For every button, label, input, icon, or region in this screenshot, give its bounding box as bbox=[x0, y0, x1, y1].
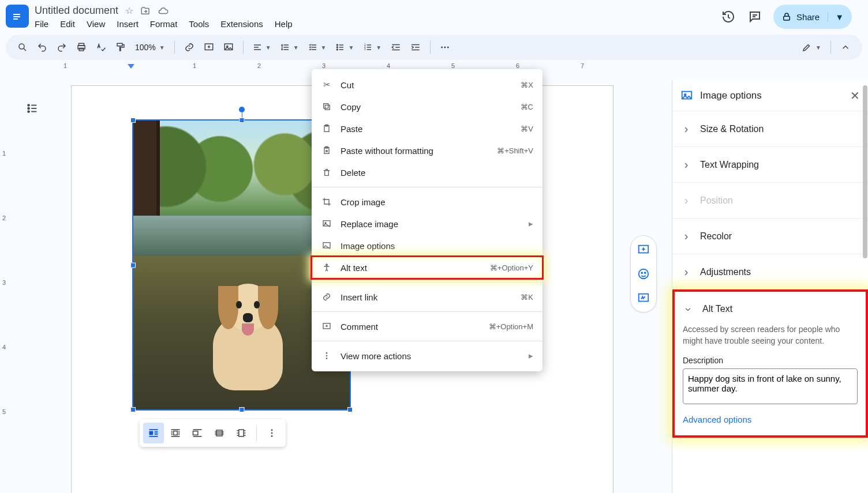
delete-icon bbox=[321, 167, 332, 178]
undo-button[interactable] bbox=[33, 39, 51, 56]
align-button[interactable]: ▼ bbox=[249, 39, 275, 56]
wrap-inline-button[interactable] bbox=[143, 423, 164, 443]
decrease-indent-button[interactable] bbox=[387, 39, 405, 56]
submenu-arrow-icon: ▸ bbox=[529, 351, 533, 361]
menu-insert[interactable]: Insert bbox=[117, 19, 139, 29]
svg-point-30 bbox=[271, 432, 273, 434]
svg-rect-26 bbox=[193, 431, 198, 435]
menu-extensions[interactable]: Extensions bbox=[220, 19, 263, 29]
increase-indent-button[interactable] bbox=[407, 39, 424, 56]
menu-insert-link[interactable]: Insert link⌘K bbox=[312, 286, 542, 308]
add-comment-icon[interactable] bbox=[633, 239, 654, 260]
close-icon[interactable]: ✕ bbox=[850, 89, 860, 103]
menu-alt-text[interactable]: Alt text⌘+Option+Y bbox=[312, 257, 542, 279]
bulleted-list-button[interactable]: ▼ bbox=[332, 39, 357, 56]
crop-icon bbox=[321, 196, 332, 208]
menu-comment[interactable]: Comment⌘+Option+M bbox=[312, 315, 542, 337]
indent-marker-icon[interactable] bbox=[127, 63, 135, 71]
alt-text-input[interactable] bbox=[683, 368, 858, 404]
paste-icon bbox=[321, 123, 332, 134]
comments-icon[interactable] bbox=[747, 9, 763, 25]
zoom-select[interactable]: 100%▼ bbox=[132, 39, 169, 56]
numbered-list-button[interactable]: 123▼ bbox=[360, 39, 385, 56]
svg-text:3: 3 bbox=[364, 48, 366, 51]
wrap-break-button[interactable] bbox=[187, 423, 208, 443]
resize-handle[interactable] bbox=[130, 118, 136, 123]
section-position: ›Position bbox=[672, 182, 868, 218]
menu-image-options[interactable]: Image options bbox=[312, 235, 542, 257]
chevron-down-icon: › bbox=[682, 303, 695, 315]
wrap-more-button[interactable] bbox=[261, 423, 282, 443]
svg-point-18 bbox=[442, 47, 443, 48]
menu-paste[interactable]: Paste⌘V bbox=[312, 118, 542, 140]
svg-rect-3 bbox=[784, 16, 790, 20]
share-button[interactable]: Share ▼ bbox=[773, 5, 852, 29]
menu-crop-image[interactable]: Crop image bbox=[312, 191, 542, 213]
insert-image-button[interactable] bbox=[220, 39, 237, 56]
svg-rect-2 bbox=[13, 18, 18, 20]
resize-handle[interactable] bbox=[130, 262, 136, 268]
share-chevron-icon[interactable]: ▼ bbox=[828, 12, 844, 22]
history-icon[interactable] bbox=[720, 9, 736, 25]
panel-scrollbar[interactable] bbox=[862, 81, 868, 493]
section-recolor[interactable]: ›Recolor bbox=[672, 218, 868, 254]
add-comment-button[interactable] bbox=[200, 39, 218, 56]
rotate-handle[interactable] bbox=[239, 107, 245, 112]
section-size-rotation[interactable]: ›Size & Rotation bbox=[672, 111, 868, 146]
insert-link-button[interactable] bbox=[181, 39, 198, 56]
menu-view[interactable]: View bbox=[87, 19, 105, 29]
paste-nf-icon bbox=[321, 145, 332, 156]
doc-title[interactable]: Untitled document bbox=[35, 5, 118, 17]
svg-point-13 bbox=[337, 47, 338, 48]
svg-point-4 bbox=[19, 44, 24, 49]
line-spacing-button[interactable]: ▼ bbox=[277, 39, 302, 56]
submenu-arrow-icon: ▸ bbox=[529, 219, 533, 229]
search-icon[interactable] bbox=[14, 39, 31, 56]
menu-help[interactable]: Help bbox=[275, 19, 293, 29]
alt-text-header[interactable]: ›Alt Text bbox=[683, 296, 858, 322]
wrap-text-button[interactable] bbox=[165, 423, 186, 443]
docs-logo[interactable] bbox=[6, 5, 29, 28]
menu-copy[interactable]: Copy⌘C bbox=[312, 96, 542, 118]
resize-handle[interactable] bbox=[130, 407, 136, 412]
image-icon bbox=[680, 89, 693, 102]
editing-mode-button[interactable]: ▼ bbox=[798, 39, 825, 56]
chevron-right-icon: › bbox=[680, 158, 692, 171]
menu-replace-image[interactable]: Replace image▸ bbox=[312, 213, 542, 235]
chevron-right-icon: › bbox=[680, 229, 692, 243]
paint-format-button[interactable] bbox=[112, 39, 129, 56]
menu-edit[interactable]: Edit bbox=[60, 19, 75, 29]
wrap-behind-button[interactable] bbox=[209, 423, 230, 443]
section-adjustments[interactable]: ›Adjustments bbox=[672, 254, 868, 289]
menu-paste-no-format[interactable]: Paste without formatting⌘+Shift+V bbox=[312, 140, 542, 161]
comment-icon bbox=[321, 321, 332, 332]
resize-handle[interactable] bbox=[347, 407, 353, 412]
spellcheck-button[interactable] bbox=[92, 39, 110, 56]
resize-handle[interactable] bbox=[239, 407, 244, 412]
svg-rect-25 bbox=[174, 431, 178, 435]
menu-tools[interactable]: Tools bbox=[189, 19, 209, 29]
vertical-ruler[interactable]: 12345 bbox=[0, 81, 13, 493]
print-button[interactable] bbox=[73, 39, 90, 56]
move-icon[interactable] bbox=[140, 6, 151, 16]
menu-delete[interactable]: Delete bbox=[312, 161, 542, 183]
suggest-edits-icon[interactable] bbox=[633, 288, 654, 308]
more-tools-button[interactable] bbox=[436, 39, 454, 56]
redo-button[interactable] bbox=[53, 39, 70, 56]
star-icon[interactable]: ☆ bbox=[125, 5, 133, 16]
menu-view-more[interactable]: View more actions▸ bbox=[312, 345, 542, 367]
resize-handle[interactable] bbox=[239, 118, 244, 123]
wrap-front-button[interactable] bbox=[231, 423, 252, 443]
menu-cut[interactable]: ✂Cut⌘X bbox=[312, 74, 542, 96]
checklist-button[interactable]: ▼ bbox=[305, 39, 330, 56]
alt-text-help: Accessed by screen readers for people wh… bbox=[683, 324, 858, 347]
section-text-wrapping[interactable]: ›Text Wrapping bbox=[672, 146, 868, 182]
svg-rect-8 bbox=[117, 43, 122, 46]
advanced-options-link[interactable]: Advanced options bbox=[683, 415, 751, 424]
cloud-status-icon[interactable] bbox=[158, 6, 169, 16]
add-emoji-icon[interactable] bbox=[633, 264, 654, 284]
collapse-toolbar-button[interactable] bbox=[837, 39, 854, 56]
menu-format[interactable]: Format bbox=[150, 19, 178, 29]
menu-file[interactable]: File bbox=[35, 19, 48, 29]
titlebar: Untitled document ☆ File Edit View Inser… bbox=[0, 0, 868, 29]
